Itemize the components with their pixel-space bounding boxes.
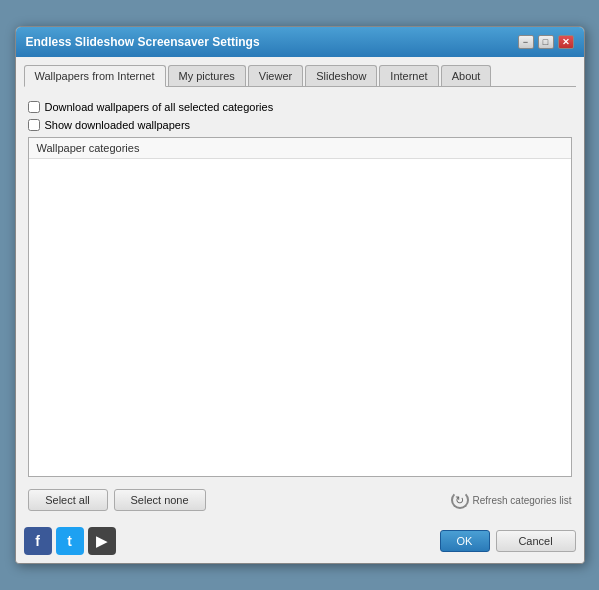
footer-buttons: OK Cancel bbox=[440, 530, 576, 552]
select-buttons-group: Select all Select none bbox=[28, 489, 206, 511]
tab-slideshow[interactable]: Slideshow bbox=[305, 65, 377, 86]
tab-content-wallpapers: Download wallpapers of all selected cate… bbox=[24, 95, 576, 521]
twitter-icon[interactable]: t bbox=[56, 527, 84, 555]
main-window: Endless Slideshow Screensaver Settings −… bbox=[15, 26, 585, 564]
title-bar: Endless Slideshow Screensaver Settings −… bbox=[16, 27, 584, 57]
maximize-button[interactable]: □ bbox=[538, 35, 554, 49]
categories-list-container[interactable]: Wallpaper categories bbox=[28, 137, 572, 477]
window-title: Endless Slideshow Screensaver Settings bbox=[26, 35, 260, 49]
tab-bar: Wallpapers from Internet My pictures Vie… bbox=[24, 65, 576, 87]
cancel-button[interactable]: Cancel bbox=[496, 530, 576, 552]
show-downloaded-row: Show downloaded wallpapers bbox=[28, 119, 572, 131]
download-wallpapers-label: Download wallpapers of all selected cate… bbox=[45, 101, 274, 113]
show-downloaded-label: Show downloaded wallpapers bbox=[45, 119, 191, 131]
window-controls: − □ ✕ bbox=[518, 35, 574, 49]
select-all-button[interactable]: Select all bbox=[28, 489, 108, 511]
social-icons-group: f t ▶ bbox=[24, 527, 116, 555]
tab-wallpapers-from-internet[interactable]: Wallpapers from Internet bbox=[24, 65, 166, 87]
bottom-bar: Select all Select none ↻ Refresh categor… bbox=[28, 485, 572, 515]
tab-my-pictures[interactable]: My pictures bbox=[168, 65, 246, 86]
window-body: Wallpapers from Internet My pictures Vie… bbox=[16, 57, 584, 563]
list-body bbox=[29, 159, 571, 167]
show-downloaded-checkbox[interactable] bbox=[28, 119, 40, 131]
facebook-icon[interactable]: f bbox=[24, 527, 52, 555]
close-button[interactable]: ✕ bbox=[558, 35, 574, 49]
social-other-icon[interactable]: ▶ bbox=[88, 527, 116, 555]
footer-row: f t ▶ OK Cancel bbox=[24, 521, 576, 555]
download-wallpapers-checkbox[interactable] bbox=[28, 101, 40, 113]
tab-about[interactable]: About bbox=[441, 65, 492, 86]
select-none-button[interactable]: Select none bbox=[114, 489, 206, 511]
refresh-icon: ↻ bbox=[451, 491, 469, 509]
download-wallpapers-row: Download wallpapers of all selected cate… bbox=[28, 101, 572, 113]
refresh-area: ↻ Refresh categories list bbox=[451, 491, 572, 509]
minimize-button[interactable]: − bbox=[518, 35, 534, 49]
refresh-link[interactable]: Refresh categories list bbox=[473, 495, 572, 506]
tab-viewer[interactable]: Viewer bbox=[248, 65, 303, 86]
tab-internet[interactable]: Internet bbox=[379, 65, 438, 86]
ok-button[interactable]: OK bbox=[440, 530, 490, 552]
list-header: Wallpaper categories bbox=[29, 138, 571, 159]
